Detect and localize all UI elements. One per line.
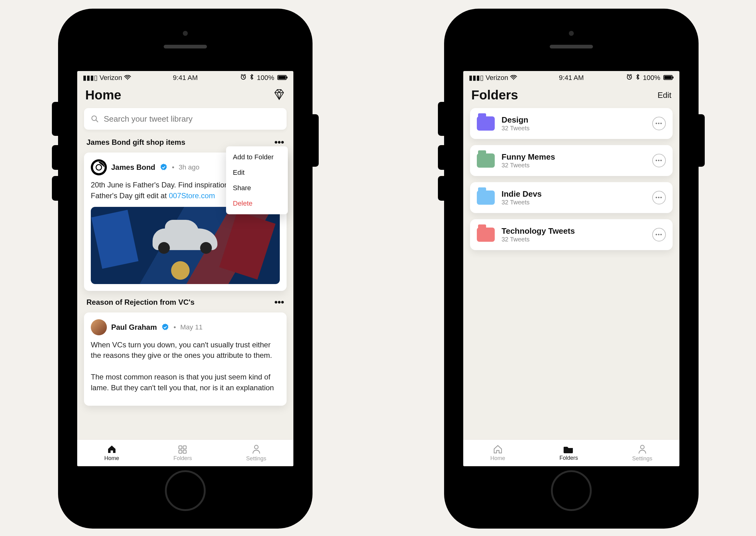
folder-list: Design32 Tweets•••Funny Memes32 Tweets••… [463,108,679,256]
home-icon [493,445,503,454]
folder-more-button[interactable]: ••• [652,228,666,242]
tab-label: Settings [246,455,266,462]
alarm-icon [626,74,633,82]
bluetooth-icon [250,74,254,82]
menu-share[interactable]: Share [226,180,288,196]
folder-name: Indie Devs [501,189,542,199]
svg-point-14 [513,79,514,80]
alarm-icon [240,74,246,82]
folder-row[interactable]: Technology Tweets32 Tweets••• [470,219,672,250]
diamond-icon[interactable] [273,89,285,101]
tab-settings[interactable]: Settings [246,444,266,462]
battery-icon [663,74,674,82]
status-left: ▮▮▮▯ Verizon [469,74,517,82]
svg-rect-17 [664,76,672,79]
phone-mockup-folders: ▮▮▮▯ Verizon 9:41 AM 100% [445,9,698,528]
svg-point-19 [640,445,644,449]
svg-rect-12 [183,450,186,453]
more-icon: ••• [656,158,663,163]
tweet-link[interactable]: 007Store.com [169,191,215,200]
svg-point-0 [127,79,128,80]
carrier-label: Verizon [486,74,508,82]
svg-line-6 [96,120,98,122]
signal-icon: ▮▮▮▯ [469,74,484,82]
verified-icon [160,163,168,171]
verified-icon [161,323,169,331]
battery-label: 100% [643,74,660,82]
svg-rect-9 [179,446,182,449]
svg-point-7 [93,161,105,173]
folder-count: 32 Tweets [501,199,542,206]
tab-folders[interactable]: Folders [559,445,578,461]
folder-more-button[interactable]: ••• [652,191,666,204]
phone-mockup-home: ▮▮▮▯ Verizon 9:41 AM 100% [59,9,312,528]
more-icon[interactable]: ••• [274,297,284,308]
tab-settings[interactable]: Settings [632,444,652,462]
folders-screen: ▮▮▮▯ Verizon 9:41 AM 100% [463,71,679,466]
menu-add-folder[interactable]: Add to Folder [226,150,288,165]
wifi-icon [124,74,131,82]
folder-row[interactable]: Indie Devs32 Tweets••• [470,182,672,213]
battery-label: 100% [257,74,274,82]
tab-home[interactable]: Home [104,445,119,462]
folder-more-button[interactable]: ••• [652,117,666,130]
dot-separator: • [174,323,176,331]
tab-label: Folders [173,455,192,462]
status-bar: ▮▮▮▯ Verizon 9:41 AM 100% [463,71,679,84]
status-right: 100% [626,74,674,82]
menu-delete[interactable]: Delete [226,196,288,211]
folder-row[interactable]: Design32 Tweets••• [470,108,672,139]
search-bar[interactable] [84,108,287,130]
wifi-icon [510,74,517,82]
dot-separator: • [172,163,175,171]
search-icon [91,115,99,123]
section-title: James Bond gift shop items [86,138,185,147]
folder-more-button[interactable]: ••• [652,154,666,167]
battery-icon [277,74,288,82]
tab-home[interactable]: Home [491,445,505,462]
more-icon: ••• [656,121,663,126]
status-time: 9:41 AM [559,74,584,82]
menu-edit[interactable]: Edit [226,165,288,180]
post-time: 3h ago [179,163,199,171]
more-icon[interactable]: ••• [274,137,284,148]
edit-button[interactable]: Edit [658,90,671,100]
folder-count: 32 Tweets [501,125,530,132]
folder-icon [477,153,495,168]
person-icon [252,444,261,454]
svg-rect-4 [287,77,288,79]
search-input[interactable] [103,114,280,124]
folder-name: Design [501,115,530,125]
svg-point-13 [255,445,258,449]
folder-name: Funny Memes [501,152,555,162]
person-icon [638,444,647,454]
folder-icon [563,445,574,453]
page-title: Folders [471,88,518,103]
section-header-1: Reason of Rejection from VC's ••• [77,297,293,311]
svg-rect-10 [183,446,186,449]
tab-bar: Home Folders Settings [463,439,679,466]
carrier-label: Verizon [99,74,122,82]
svg-rect-3 [278,76,286,79]
tweet-card-0[interactable]: Add to Folder Edit Share Delete James Bo… [84,152,287,291]
tweet-media[interactable] [91,207,280,284]
folder-row[interactable]: Funny Memes32 Tweets••• [470,145,672,176]
tweet-card-1[interactable]: Paul Graham • May 11 When VCs turn you d… [84,313,287,406]
svg-rect-18 [672,77,673,79]
svg-rect-11 [179,450,182,453]
tab-folders[interactable]: Folders [173,445,192,462]
folder-name: Technology Tweets [501,226,575,236]
avatar[interactable] [91,319,107,335]
bluetooth-icon [636,74,640,82]
author-name: Paul Graham [111,323,157,332]
folder-count: 32 Tweets [501,236,575,243]
folder-icon [477,117,495,131]
status-bar: ▮▮▮▯ Verizon 9:41 AM 100% [77,71,293,84]
tab-label: Settings [632,455,652,462]
folder-icon [477,227,495,242]
post-time: May 11 [180,323,203,331]
folder-count: 32 Tweets [501,162,555,169]
avatar[interactable] [91,159,107,175]
status-right: 100% [240,74,288,82]
tab-label: Home [104,455,119,462]
